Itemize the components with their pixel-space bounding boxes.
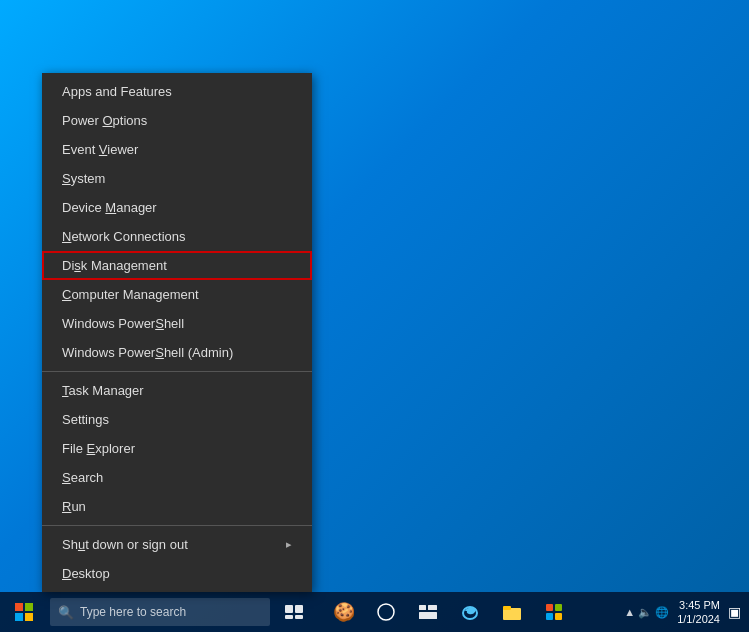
edge-browser-icon[interactable]	[450, 592, 490, 632]
virtual-desktop-icon[interactable]	[408, 592, 448, 632]
menu-item-search[interactable]: Search	[42, 463, 312, 492]
system-tray: ▲ 🔈 🌐	[624, 606, 669, 619]
arrow-icon: ▸	[286, 538, 292, 551]
menu-item-network-connections[interactable]: Network Connections	[42, 222, 312, 251]
menu-item-run[interactable]: Run	[42, 492, 312, 521]
menu-item-windows-powershell[interactable]: Windows PowerShell	[42, 309, 312, 338]
notifications-icon[interactable]: ▣	[728, 604, 741, 620]
store-grid-icon	[545, 603, 563, 621]
svg-rect-14	[503, 606, 511, 610]
desktop: Apps and Features Power Options Event Vi…	[0, 0, 749, 632]
folder-icon	[503, 604, 521, 620]
store-icon[interactable]	[534, 592, 574, 632]
divider-2	[42, 525, 312, 526]
svg-rect-0	[15, 603, 23, 611]
menu-item-file-explorer[interactable]: File Explorer	[42, 434, 312, 463]
svg-rect-4	[285, 605, 293, 613]
start-button[interactable]	[0, 592, 48, 632]
taskbar-right-area: ▲ 🔈 🌐 3:45 PM1/1/2024 ▣	[624, 598, 749, 627]
menu-item-system[interactable]: System	[42, 164, 312, 193]
menu-item-event-viewer[interactable]: Event Viewer	[42, 135, 312, 164]
menu-item-task-manager[interactable]: Task Manager	[42, 376, 312, 405]
cortana-icon[interactable]	[366, 592, 406, 632]
task-view-button[interactable]	[274, 592, 314, 632]
file-explorer-icon[interactable]	[492, 592, 532, 632]
menu-item-disk-management[interactable]: Disk Management	[42, 251, 312, 280]
taskbar-pinned-icons: 🍪	[324, 592, 574, 632]
menu-item-device-manager[interactable]: Device Manager	[42, 193, 312, 222]
svg-rect-9	[419, 605, 426, 610]
svg-rect-5	[295, 605, 303, 613]
clock[interactable]: 3:45 PM1/1/2024	[677, 598, 720, 627]
context-menu: Apps and Features Power Options Event Vi…	[42, 73, 312, 592]
edge-icon	[461, 603, 479, 621]
svg-rect-2	[15, 613, 23, 621]
menu-item-apps-features[interactable]: Apps and Features	[42, 77, 312, 106]
svg-rect-3	[25, 613, 33, 621]
menu-item-windows-powershell-admin[interactable]: Windows PowerShell (Admin)	[42, 338, 312, 367]
cookies-icon[interactable]: 🍪	[324, 592, 364, 632]
svg-rect-7	[295, 615, 303, 619]
taskbar: 🔍 Type here to search 🍪	[0, 592, 749, 632]
menu-item-shut-down[interactable]: Shut down or sign out ▸	[42, 530, 312, 559]
svg-rect-6	[285, 615, 293, 619]
divider-1	[42, 371, 312, 372]
search-placeholder: Type here to search	[80, 605, 186, 619]
menu-item-desktop[interactable]: Desktop	[42, 559, 312, 588]
svg-rect-15	[546, 604, 553, 611]
menu-item-settings[interactable]: Settings	[42, 405, 312, 434]
windows-logo-icon	[15, 603, 33, 621]
svg-rect-16	[555, 604, 562, 611]
menu-item-power-options[interactable]: Power Options	[42, 106, 312, 135]
task-view-icon	[285, 605, 303, 619]
menu-item-computer-management[interactable]: Computer Management	[42, 280, 312, 309]
desktop-icon	[419, 605, 437, 619]
svg-rect-1	[25, 603, 33, 611]
svg-rect-11	[419, 612, 437, 619]
svg-point-8	[378, 604, 394, 620]
svg-rect-18	[555, 613, 562, 620]
search-icon: 🔍	[58, 605, 74, 620]
taskbar-search-bar[interactable]: 🔍 Type here to search	[50, 598, 270, 626]
svg-rect-17	[546, 613, 553, 620]
svg-rect-10	[428, 605, 437, 610]
cortana-circle-icon	[377, 603, 395, 621]
